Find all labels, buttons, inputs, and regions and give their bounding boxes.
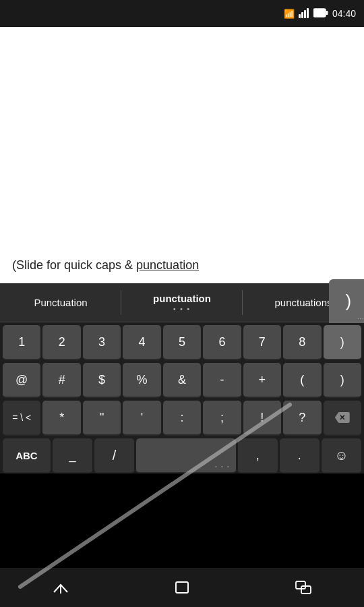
key-question[interactable]: ? [283,401,321,436]
key-open-paren[interactable]: ( [283,363,321,398]
key-comma[interactable]: , [238,438,278,473]
suggestion-bar: Punctuation punctuation • • • punctuatio… [0,283,364,322]
text-area: (Slide for quick caps & punctuation [0,27,364,283]
key-1[interactable]: 1 [3,325,40,360]
key-2[interactable]: 2 [42,325,80,360]
key-popup: ) [329,279,364,323]
key-7[interactable]: 7 [243,325,281,360]
key-dollar[interactable]: $ [83,363,121,398]
svg-rect-2 [304,10,306,18]
key-colon[interactable]: : [163,401,201,436]
key-emoji[interactable]: ☺ [322,438,361,473]
backspace-icon: ✕ [335,412,350,423]
svg-rect-0 [299,14,301,18]
key-space[interactable]: • • • [136,438,236,473]
key-4[interactable]: 4 [123,325,160,360]
backspace-key[interactable]: ✕ [324,401,361,436]
key-row-more-symbols: = \ < * " ' : ; ! ? ✕ [1,401,363,436]
key-row-bottom: ABC _ / • • • , . ☺ [1,438,363,473]
key-doublequote[interactable]: " [83,401,121,436]
key-semicolon[interactable]: ; [203,401,241,436]
signal-icon [299,7,309,20]
svg-rect-5 [326,11,328,15]
key-percent[interactable]: % [123,363,160,398]
key-at[interactable]: @ [3,363,40,398]
key-8[interactable]: 8 [283,325,321,360]
svg-rect-4 [313,9,326,17]
text-underlined: punctuation [136,258,199,272]
key-singlequote[interactable]: ' [123,401,160,436]
key-asterisk[interactable]: * [42,401,80,436]
svg-rect-10 [301,586,311,594]
key-underscore[interactable]: _ [53,438,92,473]
key-ampersand[interactable]: & [163,363,201,398]
text-main: (Slide for quick caps & [12,258,136,272]
svg-rect-8 [176,582,188,593]
key-3[interactable]: 3 [83,325,121,360]
nav-home[interactable] [162,574,202,601]
wifi-icon: 📶 [284,9,295,19]
key-exclaim[interactable]: ! [243,401,281,436]
key-close-paren-1[interactable]: ) ) [324,325,361,360]
key-6[interactable]: 6 [203,325,241,360]
key-5[interactable]: 5 [163,325,201,360]
suggestion-1[interactable]: Punctuation [0,283,121,322]
key-equals-backslash[interactable]: = \ < [3,401,40,436]
keyboard: 1 2 3 4 5 6 7 8 ) ) @ # $ % & - + ( ) = … [0,322,364,473]
svg-rect-3 [307,8,309,18]
key-hash[interactable]: # [42,363,80,398]
key-close-paren-2[interactable]: ) [324,363,361,398]
key-plus[interactable]: + [243,363,281,398]
svg-rect-9 [296,581,305,589]
time-display: 04:40 [332,8,356,19]
key-row-symbols: @ # $ % & - + ( ) [1,363,363,398]
svg-rect-1 [301,12,303,18]
text-content: (Slide for quick caps & punctuation [12,258,199,272]
status-bar: 📶 04:40 [0,0,364,27]
key-period[interactable]: . [280,438,320,473]
nav-back[interactable] [40,574,81,601]
key-row-numbers: 1 2 3 4 5 6 7 8 ) ) [1,325,363,360]
key-abc[interactable]: ABC [3,438,51,473]
suggestion-2[interactable]: punctuation • • • [121,283,243,322]
nav-bar [0,568,364,607]
key-minus[interactable]: - [203,363,241,398]
nav-recents[interactable] [283,574,324,601]
battery-icon [313,8,328,20]
key-slash[interactable]: / [94,438,134,473]
